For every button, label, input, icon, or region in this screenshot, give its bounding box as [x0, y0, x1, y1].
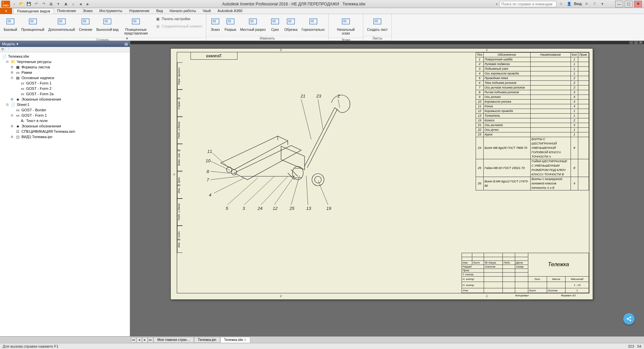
qat-save-icon[interactable]: 💾	[25, 1, 32, 7]
help-dropdown-icon[interactable]: ▾	[599, 1, 606, 7]
qat-undo-icon[interactable]: ↶	[33, 1, 40, 7]
tree-toggle-icon[interactable]: ⊞	[10, 98, 14, 101]
parts-row: 21Ось рычагов4	[476, 123, 589, 128]
panel-close-icon[interactable]: ✕	[126, 37, 129, 40]
tree-toggle-icon[interactable]: ⊞	[10, 135, 14, 138]
qat-up-icon[interactable]: ⮝	[62, 1, 69, 7]
model-browser-panel: ✕ Модель ▾ ▤ ▽ 📄 📄 Тележка.idw ⊟📁Чертежн…	[0, 41, 130, 336]
browser-menu-icon[interactable]: ▤	[124, 42, 128, 46]
view-minimize-icon[interactable]: —	[629, 41, 633, 44]
tree-node-5[interactable]: ▭GOST - Form 2	[1, 86, 129, 91]
tab-close-icon[interactable]: ✕	[244, 338, 247, 342]
tab-nav-first-icon[interactable]: ⏮	[131, 337, 136, 343]
help-search-input[interactable]	[499, 1, 556, 7]
tree-node-7[interactable]: ⊞◈Эскизные обозначения	[1, 97, 129, 102]
tab-nav-prev-icon[interactable]: ◄	[137, 337, 142, 343]
tree-node-3[interactable]: ⊟▤Основные надписи	[1, 75, 129, 80]
svg-text:5: 5	[226, 206, 228, 211]
menu-tab-6[interactable]: Начало работы	[166, 8, 200, 14]
aux-view-icon	[56, 16, 67, 27]
drawing-canvas[interactable]: — ▢ ✕ Тележка Перв. примен.Справ. №Подп.…	[130, 41, 644, 336]
doc-tab-0[interactable]: Моя главная стран…	[154, 337, 194, 343]
tree-node-2[interactable]: ⊞▭Рамки	[1, 70, 129, 75]
tree-node-14[interactable]: ⊞◫ВИД1:Тележка.ipn	[1, 134, 129, 139]
qat-new-icon[interactable]: ▫	[11, 1, 17, 7]
menu-tab-3[interactable]: Инструменты	[96, 8, 126, 14]
signin-label[interactable]: Вход	[574, 2, 582, 6]
ribbon-btn-horizontal[interactable]: Горизонтально	[300, 15, 326, 33]
tab-nav-last-icon[interactable]: ⏭	[148, 337, 153, 343]
tree-toggle-icon[interactable]: ⊟	[10, 114, 14, 117]
ribbon-btn-section-view[interactable]: Сечение	[77, 15, 94, 33]
qat-home-icon[interactable]: ⌂	[70, 1, 76, 7]
tree-node-1[interactable]: ⊞▦Форматы листов	[1, 64, 129, 70]
ribbon-btn-detail-view[interactable]: Выносной вид	[95, 15, 120, 33]
tree-node-13[interactable]: ☷СПЕЦИФИКАЦИЯ:Тележка.iam	[1, 129, 129, 134]
tree-node-12[interactable]: ⊞◈Эскизные обозначения	[1, 123, 129, 129]
qat-print-icon[interactable]: 🖶	[48, 1, 54, 7]
ribbon-btn-slice[interactable]: Срез	[268, 15, 282, 33]
tree-toggle-icon[interactable]: ⊟	[5, 60, 9, 63]
qat-fwd-icon[interactable]: ►	[85, 1, 91, 7]
title-block: Тележка Изм. Лист № докум. Подп. Дата Ра…	[462, 253, 589, 293]
tab-nav-next-icon[interactable]: ►	[142, 337, 148, 343]
view-close-icon[interactable]: ✕	[639, 41, 643, 44]
signin-icon[interactable]: 👤	[566, 1, 573, 7]
svg-rect-7	[83, 20, 86, 22]
browser-nav-icon[interactable]: 📄	[5, 48, 9, 51]
menu-tab-5[interactable]: Вид	[153, 8, 166, 14]
qat-back-icon[interactable]: ◄	[77, 1, 84, 7]
qat-open-icon[interactable]: 📂	[18, 1, 25, 7]
tree-toggle-icon[interactable]: ⊞	[10, 124, 14, 128]
tree-node-8[interactable]: ⊟📄Sheet:1	[1, 102, 129, 107]
close-button[interactable]: ✕	[634, 1, 642, 7]
doc-tab-2[interactable]: Тележка.idw ✕	[220, 337, 250, 343]
menu-tab-7[interactable]: Vault	[199, 8, 214, 14]
tree-root[interactable]: 📄 Тележка.idw	[1, 54, 129, 59]
tree-toggle-icon[interactable]: ⊞	[10, 65, 14, 69]
tree-node-6[interactable]: ▭GOST - Form 2a	[1, 91, 129, 97]
tree-node-11[interactable]: AᵢТекст в поле	[1, 118, 129, 123]
ribbon-btn-break[interactable]: Разрыв	[223, 15, 238, 33]
menu-tab-8[interactable]: Autodesk A360	[214, 8, 246, 14]
tree-node-10[interactable]: ⊟▭GOST - Form 1	[1, 113, 129, 118]
help-icon[interactable]: ?	[591, 1, 598, 7]
ribbon-btn-start-sketch[interactable]: Начальный эскиз	[331, 15, 361, 36]
tree-toggle-icon[interactable]: ⊟	[10, 76, 14, 79]
drawing-view[interactable]: 21 23 2 11 10 8 7 4 5 3 24 12 25 13	[191, 69, 358, 237]
ribbon-btn-breakout[interactable]: Местный разрез	[238, 15, 267, 33]
ribbon-btn-crop[interactable]: Обрезка	[283, 15, 299, 33]
ribbon-btn-aux-view[interactable]: Дополнительный	[47, 15, 76, 33]
file-menu-button[interactable]: ▾	[0, 8, 12, 14]
ribbon-btn-base-view[interactable]: Базовый	[2, 15, 19, 33]
menu-tab-1[interactable]: Пояснение	[54, 8, 79, 14]
ribbon-btn-sketch[interactable]: Эскиз	[208, 15, 222, 33]
qat-dropdown-icon[interactable]: ▾	[55, 1, 62, 7]
exchange-icon[interactable]: ✕	[583, 1, 590, 7]
menu-tab-4[interactable]: Управление	[126, 8, 153, 14]
browser-filter-icon[interactable]: ▽	[1, 48, 4, 51]
view-restore-icon[interactable]: ▢	[634, 41, 638, 44]
app-icon[interactable]: IPRO	[1, 1, 10, 7]
menu-tab-0[interactable]: Размещение видов	[13, 8, 54, 14]
qat-redo-icon[interactable]: ↷	[40, 1, 47, 7]
tree-node-9[interactable]: ▭GOST - Border	[1, 107, 129, 113]
tree-toggle-icon[interactable]: ⊟	[5, 103, 9, 106]
status-text: Для вызова справки нажмите F1	[3, 344, 58, 348]
svg-line-41	[227, 178, 258, 205]
drawing-sheet[interactable]: Тележка Перв. примен.Справ. №Подп. и дат…	[170, 48, 593, 300]
ribbon-btn-overlay-view[interactable]: Позиционные представления	[121, 15, 151, 36]
ribbon-btn-projected-view[interactable]: Проекционный	[19, 15, 46, 33]
menu-tab-2[interactable]: Эскиз	[79, 8, 96, 14]
infocenter-icon[interactable]: ☆	[558, 1, 565, 7]
tree-node-0[interactable]: ⊟📁Чертежные ресурсы	[1, 59, 129, 64]
tree-node-4[interactable]: ▭GOST - Form 1	[1, 80, 129, 86]
ribbon-btn-new-sheet[interactable]: Создать лист	[365, 15, 389, 33]
minimize-button[interactable]: —	[615, 1, 623, 7]
tree-toggle-icon[interactable]: ⊞	[10, 71, 14, 74]
ribbon-btn-nailboard[interactable]: ▦Панель настройки	[154, 15, 204, 22]
side-label-3: Взам. инв. №	[177, 144, 182, 171]
doc-tab-1[interactable]: Тележка.ipn	[194, 337, 220, 343]
share-button[interactable]	[623, 313, 635, 325]
maximize-button[interactable]: ▢	[625, 1, 633, 7]
